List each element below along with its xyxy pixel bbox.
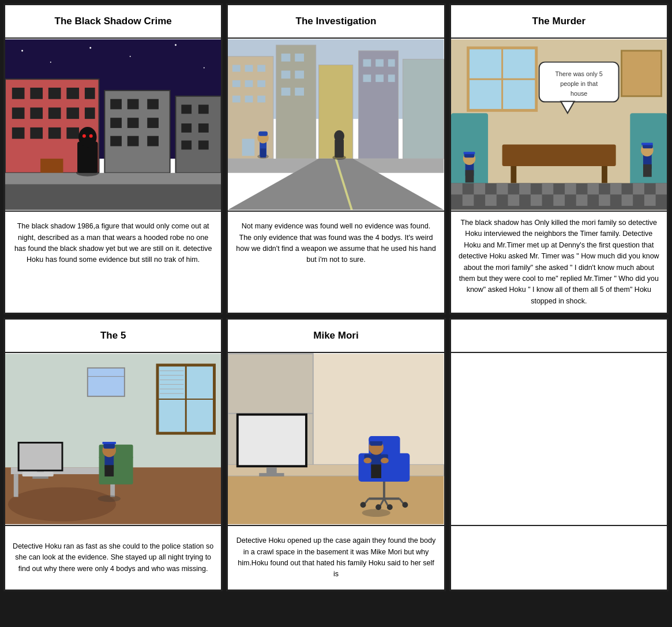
svg-point-47 [78, 127, 97, 147]
svg-rect-173 [102, 442, 116, 444]
svg-rect-15 [30, 107, 43, 119]
svg-point-6 [204, 67, 205, 69]
comic-cell-2: The Investigation [226, 3, 445, 314]
svg-rect-109 [496, 183, 508, 194]
svg-text:people in that: people in that [560, 80, 598, 87]
svg-rect-115 [633, 183, 644, 194]
svg-rect-73 [359, 51, 399, 159]
svg-rect-20 [30, 127, 43, 139]
svg-rect-103 [502, 144, 615, 166]
cell-text-5: Detective Hoku opened up the case again … [228, 526, 444, 590]
cell-text-1: The black shadow 1986,a figure that woul… [5, 212, 221, 275]
svg-rect-114 [610, 183, 621, 194]
svg-rect-185 [260, 473, 284, 476]
svg-rect-113 [587, 183, 599, 194]
cell-title-6 [451, 320, 667, 353]
svg-rect-69 [281, 88, 291, 96]
svg-rect-11 [48, 88, 61, 99]
scene-5-svg [228, 353, 444, 525]
svg-rect-10 [30, 88, 43, 99]
svg-point-4 [130, 56, 131, 57]
svg-rect-119 [508, 194, 519, 206]
svg-rect-38 [198, 105, 209, 114]
svg-rect-17 [66, 107, 79, 119]
svg-point-206 [381, 458, 389, 464]
cell-title-1: The Black Shadow Crime [5, 5, 221, 39]
svg-rect-44 [5, 184, 221, 209]
svg-rect-123 [599, 194, 610, 206]
scene-4-svg [5, 353, 221, 525]
scene-3-svg: There was only 5 people in that house [451, 39, 667, 211]
svg-rect-53 [232, 65, 241, 72]
svg-rect-54 [245, 65, 253, 72]
svg-point-2 [50, 62, 51, 63]
svg-rect-199 [371, 464, 382, 478]
cell-image-3: There was only 5 people in that house [451, 39, 667, 212]
svg-rect-170 [104, 465, 114, 476]
svg-rect-75 [363, 59, 371, 67]
cell-image-4 [5, 353, 221, 526]
svg-text:There was only 5: There was only 5 [555, 70, 602, 77]
svg-rect-118 [485, 194, 497, 206]
cell-text-2: Not many evidence was found well no evid… [228, 212, 444, 275]
svg-rect-55 [258, 65, 266, 72]
svg-point-174 [98, 495, 121, 502]
svg-rect-125 [644, 194, 656, 206]
svg-point-207 [362, 509, 391, 517]
svg-rect-90 [259, 132, 268, 136]
svg-rect-112 [565, 183, 576, 194]
svg-rect-59 [232, 96, 241, 103]
svg-rect-39 [181, 123, 192, 133]
svg-rect-134 [465, 170, 474, 183]
svg-text:house: house [570, 90, 588, 97]
svg-rect-18 [85, 107, 95, 119]
svg-point-48 [82, 134, 86, 138]
svg-rect-56 [232, 80, 241, 87]
svg-rect-79 [376, 74, 384, 82]
svg-rect-65 [281, 54, 291, 62]
svg-rect-67 [281, 70, 291, 78]
comic-grid: The Black Shadow Crime [0, 0, 672, 595]
svg-rect-68 [295, 70, 305, 78]
svg-rect-160 [14, 474, 18, 497]
svg-rect-76 [376, 59, 384, 67]
svg-rect-33 [127, 136, 139, 147]
svg-rect-110 [519, 183, 531, 194]
svg-rect-37 [181, 105, 192, 114]
cell-title-4: The 5 [5, 320, 221, 353]
svg-point-5 [175, 44, 177, 46]
cell-text-4: Detective Hoku ran as fast as she could … [5, 526, 221, 590]
cell-title-5: Mike Mori [228, 320, 444, 353]
svg-rect-19 [12, 127, 25, 139]
svg-rect-77 [388, 59, 395, 67]
svg-rect-99 [621, 51, 661, 96]
svg-rect-61 [258, 96, 266, 103]
svg-rect-16 [48, 107, 61, 119]
svg-rect-32 [110, 136, 122, 147]
svg-rect-26 [110, 99, 122, 110]
svg-rect-116 [655, 183, 667, 194]
cell-image-6 [451, 353, 667, 526]
comic-cell-6 [449, 318, 669, 591]
svg-rect-58 [258, 80, 266, 87]
svg-rect-121 [553, 194, 565, 206]
svg-rect-40 [198, 123, 209, 133]
svg-point-3 [89, 47, 91, 49]
svg-rect-27 [127, 99, 139, 110]
svg-rect-81 [403, 59, 444, 159]
svg-rect-163 [20, 444, 62, 470]
scene-2-svg [228, 39, 444, 211]
svg-rect-66 [295, 54, 305, 62]
svg-rect-142 [641, 143, 653, 145]
svg-point-197 [387, 504, 393, 510]
svg-rect-122 [576, 194, 587, 206]
comic-cell-5: Mike Mori [226, 318, 445, 591]
cell-title-3: The Murder [451, 5, 667, 39]
svg-point-145 [8, 487, 116, 521]
svg-rect-9 [12, 88, 25, 99]
scene-1-svg [5, 39, 221, 211]
svg-rect-179 [228, 473, 444, 524]
svg-rect-183 [239, 416, 305, 465]
svg-rect-12 [66, 88, 79, 99]
svg-rect-202 [369, 438, 384, 441]
